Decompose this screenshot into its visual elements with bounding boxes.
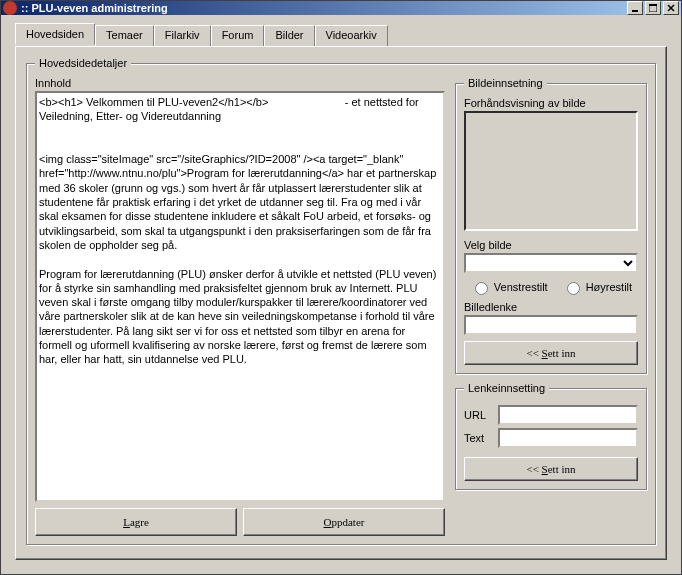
window-controls — [627, 1, 679, 15]
tab-hovedsiden[interactable]: Hovedsiden — [15, 23, 95, 45]
svg-rect-2 — [649, 4, 657, 6]
innhold-label: Innhold — [35, 77, 445, 89]
tab-videoarkiv[interactable]: Videoarkiv — [315, 25, 388, 46]
billedlenke-label: Billedlenke — [464, 301, 638, 313]
tab-temaer[interactable]: Temaer — [95, 25, 154, 46]
text-input[interactable] — [498, 428, 638, 448]
window-title: :: PLU-veven administrering — [21, 2, 627, 14]
title-bar: :: PLU-veven administrering — [1, 1, 681, 15]
hoyrestilt-radio[interactable] — [567, 282, 580, 295]
minimize-icon — [631, 4, 639, 12]
text-row: Text — [464, 428, 638, 448]
oppdater-label-rest: ppdater — [331, 516, 364, 528]
hovedsidedetaljer-legend: Hovedsidedetaljer — [35, 57, 131, 69]
tab-filarkiv[interactable]: Filarkiv — [154, 25, 211, 46]
velg-bilde-label: Velg bilde — [464, 239, 638, 251]
tab-strip: Hovedsiden Temaer Filarkiv Forum Bilder … — [15, 25, 667, 46]
lagre-label-rest: agre — [130, 516, 149, 528]
tab-forum[interactable]: Forum — [211, 25, 265, 46]
url-input[interactable] — [498, 405, 638, 425]
hovedsidedetaljer-group: Hovedsidedetaljer Innhold Lagre Oppdater… — [26, 57, 656, 545]
bilde-sett-inn-button[interactable]: << Sett inn — [464, 341, 638, 365]
innhold-textarea[interactable] — [35, 91, 445, 502]
minimize-button[interactable] — [627, 1, 643, 15]
venstrestilt-label: Venstrestilt — [494, 281, 548, 293]
close-button[interactable] — [663, 1, 679, 15]
lenke-sett-inn-button[interactable]: << Sett inn — [464, 457, 638, 481]
client-area: Hovedsiden Temaer Filarkiv Forum Bilder … — [1, 15, 681, 574]
app-icon — [3, 1, 17, 15]
tab-panel: Hovedsidedetaljer Innhold Lagre Oppdater… — [15, 46, 667, 560]
bildeinnsetning-group: Bildeinnsetning Forhåndsvisning av bilde… — [455, 77, 647, 374]
right-column: Bildeinnsetning Forhåndsvisning av bilde… — [455, 77, 647, 536]
maximize-button[interactable] — [645, 1, 661, 15]
venstrestilt-radio[interactable] — [475, 282, 488, 295]
url-row: URL — [464, 405, 638, 425]
hoyrestilt-option[interactable]: Høyrestilt — [562, 279, 632, 295]
button-row: Lagre Oppdater — [35, 508, 445, 536]
preview-label: Forhåndsvisning av bilde — [464, 97, 638, 109]
main-layout: Innhold Lagre Oppdater Bildeinnsetning F… — [35, 77, 647, 536]
oppdater-button[interactable]: Oppdater — [243, 508, 445, 536]
text-label: Text — [464, 432, 492, 444]
maximize-icon — [649, 4, 657, 12]
close-icon — [667, 4, 675, 12]
svg-rect-0 — [632, 10, 638, 12]
velg-bilde-select[interactable] — [464, 253, 638, 273]
hoyrestilt-label: Høyrestilt — [586, 281, 632, 293]
app-window: :: PLU-veven administrering Hovedsiden T… — [0, 0, 682, 575]
tab-bilder[interactable]: Bilder — [264, 25, 314, 46]
left-column: Innhold Lagre Oppdater — [35, 77, 445, 536]
bildeinnsetning-legend: Bildeinnsetning — [464, 77, 547, 89]
lenkeinnsetting-legend: Lenkeinnsetting — [464, 382, 549, 394]
url-label: URL — [464, 409, 492, 421]
lagre-button[interactable]: Lagre — [35, 508, 237, 536]
billedlenke-input[interactable] — [464, 315, 638, 335]
alignment-radios: Venstrestilt Høyrestilt — [464, 279, 638, 295]
image-preview — [464, 111, 638, 231]
venstrestilt-option[interactable]: Venstrestilt — [470, 279, 548, 295]
lenkeinnsetting-group: Lenkeinnsetting URL Text << Sett inn — [455, 382, 647, 490]
